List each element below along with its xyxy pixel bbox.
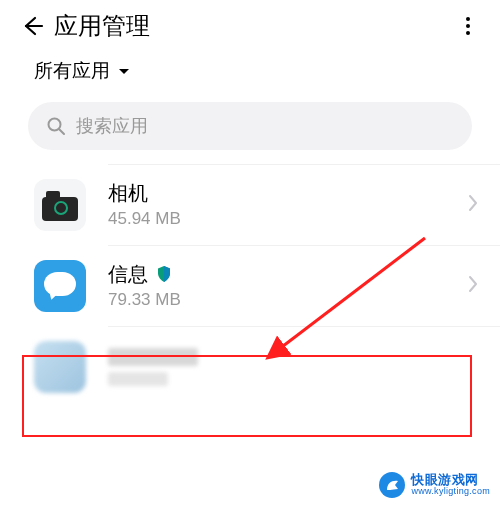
watermark-url: www.kyligting.com xyxy=(411,487,490,496)
app-row-blurred[interactable] xyxy=(0,327,500,399)
filter-dropdown[interactable]: 所有应用 xyxy=(0,48,500,94)
blurred-size xyxy=(108,372,168,386)
app-name-label: 信息 xyxy=(108,262,148,286)
more-vertical-icon xyxy=(456,14,480,38)
page-title: 应用管理 xyxy=(54,10,150,42)
svg-point-2 xyxy=(466,24,470,28)
more-button[interactable] xyxy=(452,10,484,42)
app-icon-blurred xyxy=(34,341,86,393)
app-row-camera[interactable]: 相机 45.94 MB xyxy=(0,165,500,245)
app-text xyxy=(108,348,478,386)
app-row-messages[interactable]: 信息 79.33 MB xyxy=(0,246,500,326)
search-input[interactable]: 搜索应用 xyxy=(28,102,472,150)
svg-point-1 xyxy=(466,17,470,21)
app-text: 信息 79.33 MB xyxy=(108,262,468,310)
search-icon xyxy=(46,116,66,136)
watermark-logo-icon xyxy=(379,472,405,498)
blurred-name xyxy=(108,348,198,366)
watermark-title: 快眼游戏网 xyxy=(411,473,490,487)
camera-icon xyxy=(34,179,86,231)
shield-icon xyxy=(156,265,172,283)
app-name: 相机 xyxy=(108,181,468,205)
header-bar: 应用管理 xyxy=(0,0,500,48)
filter-label: 所有应用 xyxy=(34,58,110,84)
app-icon-camera xyxy=(34,179,86,231)
app-name: 信息 xyxy=(108,262,468,286)
back-button[interactable] xyxy=(16,10,48,42)
arrow-left-icon xyxy=(20,14,44,38)
app-text: 相机 45.94 MB xyxy=(108,181,468,229)
messages-icon xyxy=(34,260,86,312)
app-size: 45.94 MB xyxy=(108,209,468,229)
chevron-right-icon xyxy=(468,275,478,297)
watermark: 快眼游戏网 www.kyligting.com xyxy=(375,470,494,500)
app-icon-messages xyxy=(34,260,86,312)
caret-down-icon xyxy=(118,62,130,80)
search-placeholder: 搜索应用 xyxy=(76,114,148,138)
app-list: 相机 45.94 MB 信息 79.3 xyxy=(0,165,500,399)
svg-line-5 xyxy=(59,129,64,134)
chevron-right-icon xyxy=(468,194,478,216)
app-size: 79.33 MB xyxy=(108,290,468,310)
search-container: 搜索应用 xyxy=(0,94,500,164)
svg-point-3 xyxy=(466,31,470,35)
